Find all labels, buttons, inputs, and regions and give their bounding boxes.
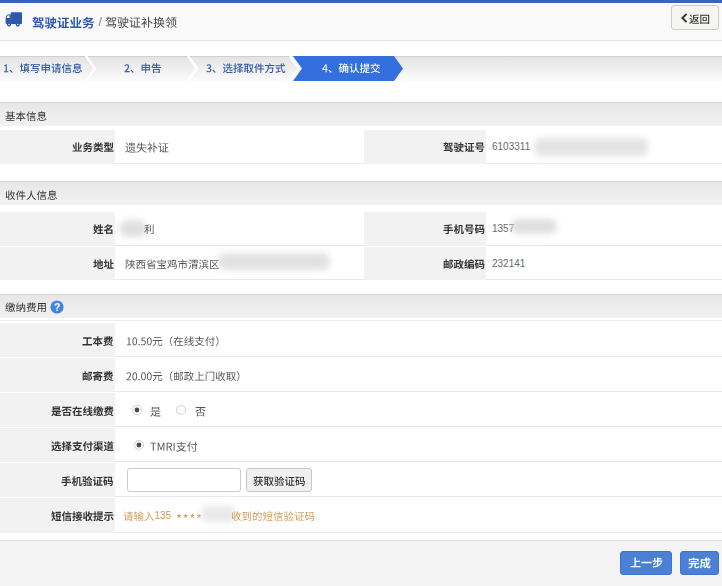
svg-text:?: ? (54, 302, 60, 313)
